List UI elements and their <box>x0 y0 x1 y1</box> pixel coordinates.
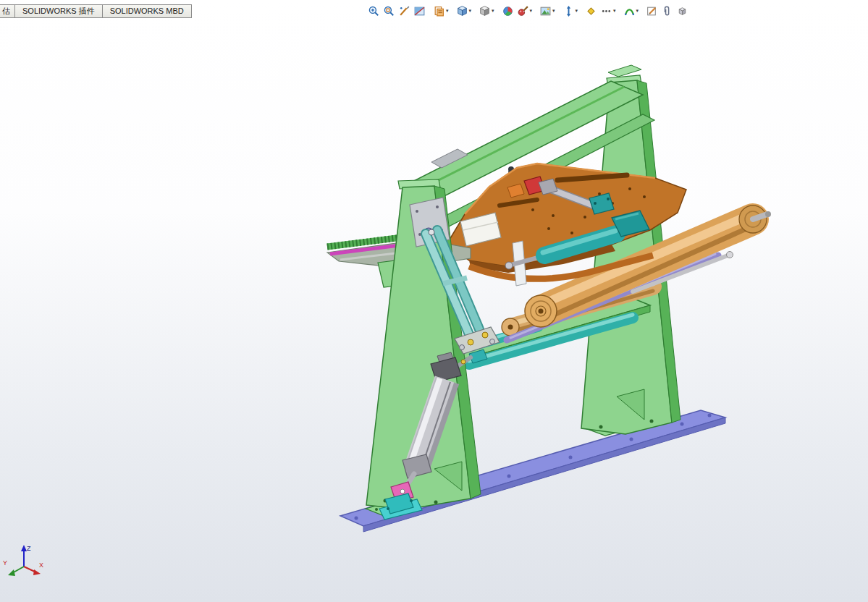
annotation-views-icon <box>433 5 445 17</box>
curvature-button[interactable]: ▾ <box>623 4 640 18</box>
zoom-to-fit-icon <box>368 5 380 17</box>
zoom-to-selection-icon <box>398 5 410 17</box>
viewport-3d[interactable]: Z Y X <box>0 0 868 602</box>
annotation-views-button[interactable]: ▾ <box>432 4 450 18</box>
tab-label: SOLIDWORKS MBD <box>110 7 184 15</box>
dropdown-caret[interactable]: ▾ <box>492 8 494 14</box>
more-options-icon <box>600 5 612 17</box>
view-settings-icon <box>562 5 575 17</box>
heads-up-toolbar: ▾ ▾ ▾ ▾ <box>366 4 690 18</box>
edit-appearance-icon <box>517 5 529 17</box>
dropdown-caret[interactable]: ▾ <box>576 8 578 14</box>
command-tab-bar: 估 SOLIDWORKS 插件 SOLIDWORKS MBD <box>0 4 192 18</box>
snapshot-button[interactable] <box>584 4 598 18</box>
edit-sketch-icon <box>646 5 658 17</box>
curvature-icon <box>623 5 636 17</box>
edit-appearance-button[interactable]: ▾ <box>516 4 534 18</box>
triad-x-label: X <box>39 561 43 569</box>
view-settings-button[interactable]: ▾ <box>562 4 579 18</box>
snapshot-icon <box>585 5 597 17</box>
triad-z-label: Z <box>27 545 31 552</box>
more-display-options-button[interactable]: ▾ <box>599 4 617 18</box>
tab-label: SOLIDWORKS 插件 <box>22 7 95 15</box>
zoom-to-area-button[interactable] <box>382 4 396 18</box>
zoom-to-selection-button[interactable] <box>397 4 411 18</box>
tab-label: 估 <box>2 7 10 15</box>
dropdown-caret[interactable]: ▾ <box>636 8 639 14</box>
orientation-triad: Z Y X <box>3 545 43 576</box>
hide-show-items-icon <box>502 5 514 17</box>
component-box-icon <box>676 5 688 17</box>
section-view-icon <box>413 5 426 17</box>
dropdown-caret[interactable]: ▾ <box>613 8 616 14</box>
zoom-to-area-icon <box>383 5 395 17</box>
apply-scene-icon <box>539 5 552 17</box>
dropdown-caret[interactable]: ▾ <box>446 8 449 14</box>
tab-evaluate-partial[interactable]: 估 <box>0 4 15 18</box>
apply-scene-button[interactable]: ▾ <box>539 4 556 18</box>
dropdown-caret[interactable]: ▾ <box>530 8 533 14</box>
components-button[interactable] <box>675 4 689 18</box>
hide-show-items-button[interactable] <box>501 4 515 18</box>
triad-y-label: Y <box>3 559 7 567</box>
display-style-icon <box>479 5 491 17</box>
display-style-button[interactable]: ▾ <box>478 4 495 18</box>
view-orientation-icon <box>456 5 468 17</box>
tab-solidworks-mbd[interactable]: SOLIDWORKS MBD <box>102 4 192 18</box>
view-orientation-button[interactable]: ▾ <box>455 4 473 18</box>
dropdown-caret[interactable]: ▾ <box>552 8 555 14</box>
attachments-button[interactable] <box>660 4 674 18</box>
section-view-button[interactable] <box>413 4 426 18</box>
tab-solidworks-addins[interactable]: SOLIDWORKS 插件 <box>14 4 103 18</box>
paperclip-icon <box>661 5 673 17</box>
edit-sketch-button[interactable] <box>645 4 659 18</box>
zoom-to-fit-button[interactable] <box>367 4 381 18</box>
dropdown-caret[interactable]: ▾ <box>469 8 472 14</box>
